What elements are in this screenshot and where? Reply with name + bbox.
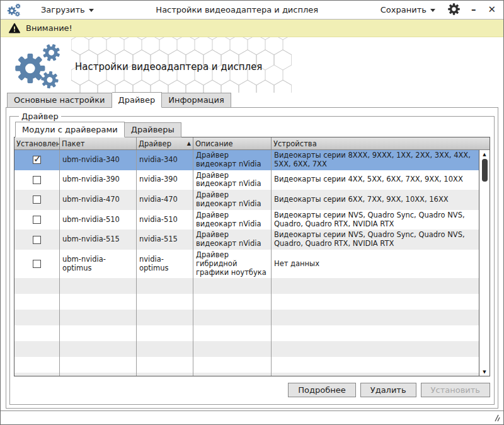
warning-banner: Внимание! [1,20,503,37]
column-header-description[interactable]: Описание [193,137,272,149]
table-body: ubm-nvidia-340 nvidia-340 Драйвер видеок… [14,150,490,376]
tab-label: Модули с драйверами [22,125,118,134]
table-header: Установлен Пакет Драйвер ▲ Описание Устр… [14,137,490,150]
scroll-up-icon[interactable]: ▲ [479,150,490,158]
drivers-table: Установлен Пакет Драйвер ▲ Описание Устр… [14,137,490,376]
action-buttons: Подробнее Удалить Установить [14,383,490,397]
warning-triangle-icon [8,23,21,34]
tab-label: Информация [168,95,224,105]
tab-content: Драйвер Модули с драйверами Драйверы Уст… [6,107,498,409]
devices-cell: Видеокарты серии NVS, Quadro Sync, Quadr… [272,210,490,230]
package-cell: ubm-nvidia-340 [60,150,137,170]
resize-grip[interactable] [492,414,500,422]
table-empty-area [14,278,490,376]
window-title: Настройки видеоадаптера и дисплея [96,5,378,15]
save-button[interactable]: Сохранить [378,4,438,16]
devices-cell: Нет данных [272,250,490,278]
driver-cell: nvidia-optimus [137,250,193,278]
header-banner: Настройки видеоадаптера и дисплея [1,37,503,93]
titlebar: Загрузить Настройки видеоадаптера и дисп… [1,1,503,20]
tab-driver[interactable]: Драйвер [112,92,163,108]
installed-checkbox[interactable] [33,195,41,204]
driver-groupbox: Драйвер Модули с драйверами Драйверы Уст… [9,112,495,405]
description-cell: Драйвер видеокарт nVidia [193,230,272,250]
description-cell: Драйвер видеокарт nVidia [193,170,272,190]
save-button-label: Сохранить [381,5,427,15]
installed-checkbox[interactable] [33,156,41,164]
vertical-scrollbar[interactable]: ▲ ▼ [479,150,490,376]
column-header-driver[interactable]: Драйвер ▲ [137,137,193,149]
close-button[interactable]: ✕ [486,5,497,15]
chevron-down-icon [430,9,435,12]
settings-button[interactable] [448,3,460,17]
table-row[interactable]: ubm-nvidia-optimus nvidia-optimus Драйве… [14,250,490,278]
table-row[interactable]: ubm-nvidia-510 nvidia-510 Драйвер видеок… [14,210,490,230]
load-button[interactable]: Загрузить [38,4,96,16]
description-cell: Драйвер видеокарт nVidia [193,150,272,170]
package-cell: ubm-nvidia-optimus [60,250,137,278]
table-row[interactable]: ubm-nvidia-515 nvidia-515 Драйвер видеок… [14,230,490,250]
tab-label: Драйвер [118,95,156,105]
installed-checkbox[interactable] [33,216,41,224]
devices-cell: Видеокарты серии NVS, Quadro Sync, Quadr… [272,230,490,250]
scroll-down-icon[interactable]: ▼ [479,368,490,376]
chevron-down-icon [89,9,94,12]
column-header-package[interactable]: Пакет [60,137,137,149]
minimize-button[interactable]: – [470,5,477,15]
driver-cell: nvidia-390 [137,170,193,190]
main-tabstrip: Основные настройки Драйвер Информация [1,93,503,108]
gears-logo-icon [12,42,71,90]
tab-main-settings[interactable]: Основные настройки [7,93,112,108]
driver-cell: nvidia-340 [137,150,193,170]
devices-cell: Видеокарты серии 4XX, 5XX, 6XX, 7XX, 9XX… [272,170,490,190]
warning-text: Внимание! [26,23,72,33]
remove-button[interactable]: Удалить [360,383,416,397]
scrollbar-thumb[interactable] [482,159,488,182]
load-button-label: Загрузить [41,5,85,15]
sub-tabstrip: Модули с драйверами Драйверы [14,122,490,137]
column-header-devices[interactable]: Устройства [272,137,490,149]
installed-checkbox[interactable] [33,236,41,244]
table-row[interactable]: ubm-nvidia-340 nvidia-340 Драйвер видеок… [14,150,490,170]
status-bar [1,410,503,424]
driver-cell: nvidia-515 [137,230,193,250]
details-button[interactable]: Подробнее [288,383,355,397]
tab-driver-modules[interactable]: Модули с драйверами [15,122,125,137]
package-cell: ubm-nvidia-510 [60,210,137,230]
gear-icon [448,3,460,15]
app-gears-icon [7,3,23,17]
column-header-installed[interactable]: Установлен [14,137,60,149]
package-cell: ubm-nvidia-515 [60,230,137,250]
package-cell: ubm-nvidia-470 [60,190,137,210]
devices-cell: Видеокарты серии 6XX, 7XX, 9XX, 10XX, 16… [272,190,490,210]
description-cell: Драйвер гибридной графики ноутбука [193,250,272,278]
installed-checkbox[interactable] [33,176,41,184]
tab-drivers[interactable]: Драйверы [125,122,181,137]
driver-cell: nvidia-470 [137,190,193,210]
banner-title: Настройки видеоадаптера и дисплея [75,61,262,73]
table-row[interactable]: ubm-nvidia-390 nvidia-390 Драйвер видеок… [14,170,490,190]
groupbox-label: Драйвер [19,112,61,121]
devices-cell: Видеокарты серии 8XXX, 9XXX, 1XX, 2XX, 3… [272,150,490,170]
install-button[interactable]: Установить [421,383,490,397]
description-cell: Драйвер видеокарт nVidia [193,210,272,230]
app-window: Загрузить Настройки видеоадаптера и дисп… [0,0,504,425]
table-row[interactable]: ubm-nvidia-470 nvidia-470 Драйвер видеок… [14,190,490,210]
tab-label: Основные настройки [14,95,105,105]
package-cell: ubm-nvidia-390 [60,170,137,190]
sort-ascending-icon: ▲ [185,141,191,146]
installed-checkbox[interactable] [33,260,41,268]
description-cell: Драйвер видеокарт nVidia [193,190,272,210]
tab-information[interactable]: Информация [162,93,231,108]
tab-label: Драйверы [131,125,175,134]
driver-cell: nvidia-510 [137,210,193,230]
